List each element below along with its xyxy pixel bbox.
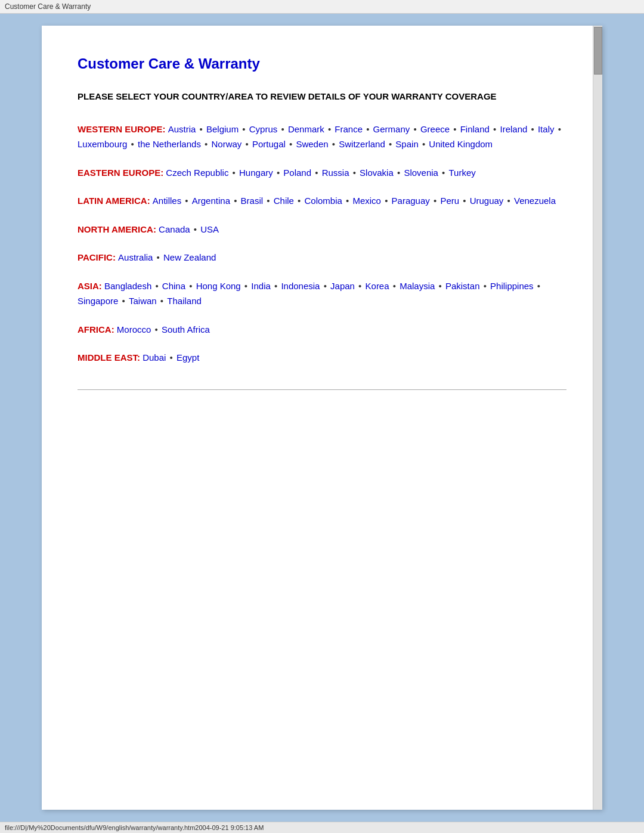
country-link-chile[interactable]: Chile [274,196,294,206]
country-link-greece[interactable]: Greece [420,124,450,134]
bullet: • [411,124,419,134]
country-link-spain[interactable]: Spain [395,139,418,149]
bullet: • [391,281,399,291]
bullet: • [436,281,444,291]
country-link-south-africa[interactable]: South Africa [162,324,210,335]
country-link-russia[interactable]: Russia [322,168,349,178]
region-block-north-america: NORTH AMERICA: Canada • USA [78,222,566,237]
country-link-malaysia[interactable]: Malaysia [400,281,435,291]
bullet: • [431,196,439,206]
country-link-indonesia[interactable]: Indonesia [281,281,320,291]
bullet: • [528,124,537,134]
region-block-pacific: PACIFIC: Australia • New Zealand [78,250,566,265]
bullet: • [240,124,248,134]
page-subtitle: PLEASE SELECT YOUR COUNTRY/AREA TO REVIE… [78,90,566,104]
country-link-finland[interactable]: Finland [460,124,490,134]
country-link-canada[interactable]: Canada [159,224,190,234]
country-link-new-zealand[interactable]: New Zealand [163,252,216,262]
country-link-sweden[interactable]: Sweden [296,139,328,149]
country-link-paraguay[interactable]: Paraguay [392,196,430,206]
country-link-venezuela[interactable]: Venezuela [514,196,556,206]
bullet: • [231,196,240,206]
region-label-africa: AFRICA: [78,324,117,335]
country-link-switzerland[interactable]: Switzerland [339,139,385,149]
country-link-ireland[interactable]: Ireland [500,124,527,134]
country-link-hungary[interactable]: Hungary [239,168,273,178]
country-link-colombia[interactable]: Colombia [304,196,342,206]
region-block-eastern-europe: EASTERN EUROPE: Czech Republic • Hungary… [78,165,566,181]
country-link-cyprus[interactable]: Cyprus [249,124,278,134]
country-link-china[interactable]: China [162,281,185,291]
bullet: • [356,281,364,291]
region-label-latin-america: LATIN AMERICA: [78,196,153,206]
country-link-poland[interactable]: Poland [283,168,311,178]
bullet: • [191,224,200,234]
country-link-dubai[interactable]: Dubai [143,352,166,363]
section-divider [78,389,566,390]
country-link-japan[interactable]: Japan [330,281,355,291]
country-link-uruguay[interactable]: Uruguay [470,196,504,206]
region-block-africa: AFRICA: Morocco • South Africa [78,322,566,337]
bullet: • [230,168,238,178]
country-link-morocco[interactable]: Morocco [117,324,151,335]
country-link-taiwan[interactable]: Taiwan [129,296,157,306]
bullet: • [182,196,191,206]
region-label-pacific: PACIFIC: [78,252,118,262]
bullet: • [197,124,205,134]
country-link-turkey[interactable]: Turkey [449,168,476,178]
country-link-thailand[interactable]: Thailand [167,296,202,306]
country-link-slovenia[interactable]: Slovenia [404,168,438,178]
region-block-latin-america: LATIN AMERICA: Antilles • Argentina • Br… [78,193,566,209]
country-link-bangladesh[interactable]: Bangladesh [104,281,151,291]
bullet: • [555,124,561,134]
country-link-denmark[interactable]: Denmark [288,124,324,134]
status-bar-text: file:///D|/My%20Documents/dfu/W9/english… [5,824,264,831]
bullet: • [154,252,162,262]
country-link-mexico[interactable]: Mexico [352,196,381,206]
bullet: • [158,296,166,306]
country-link-portugal[interactable]: Portugal [252,139,286,149]
country-link-korea[interactable]: Korea [366,281,389,291]
page-title: Customer Care & Warranty [78,55,566,72]
bullet: • [321,281,329,291]
bullet: • [242,281,250,291]
country-link-norway[interactable]: Norway [211,139,242,149]
page-container: Customer Care & Warranty PLEASE SELECT Y… [42,26,602,810]
region-label-western-europe: WESTERN EUROPE: [78,124,168,134]
country-link-egypt[interactable]: Egypt [177,352,199,363]
scrollbar[interactable] [593,26,602,810]
bullet: • [386,139,395,149]
bullet: • [504,196,513,206]
country-link-australia[interactable]: Australia [118,252,153,262]
country-link-germany[interactable]: Germany [373,124,410,134]
country-link-usa[interactable]: USA [200,224,219,234]
country-link-india[interactable]: India [251,281,271,291]
country-link-united-kingdom[interactable]: United Kingdom [429,139,493,149]
bullet: • [439,168,448,178]
country-link-antilles[interactable]: Antilles [153,196,181,206]
bullet: • [535,281,540,291]
region-label-middle-east: MIDDLE EAST: [78,352,143,363]
country-link-austria[interactable]: Austria [168,124,196,134]
bullet: • [460,196,469,206]
country-link-argentina[interactable]: Argentina [192,196,230,206]
country-link-france[interactable]: France [335,124,363,134]
country-link-slovakia[interactable]: Slovakia [360,168,394,178]
country-link-italy[interactable]: Italy [538,124,555,134]
bullet: • [395,168,403,178]
country-link-pakistan[interactable]: Pakistan [445,281,480,291]
bullet: • [364,124,372,134]
country-link-belgium[interactable]: Belgium [206,124,239,134]
country-link-luxembourg[interactable]: Luxembourg [78,139,127,149]
country-link-philippines[interactable]: Philippines [490,281,534,291]
country-link-singapore[interactable]: Singapore [78,296,118,306]
scrollbar-thumb[interactable] [594,27,602,75]
country-link-czech-republic[interactable]: Czech Republic [166,168,228,178]
country-link-the-netherlands[interactable]: the Netherlands [138,139,201,149]
country-link-brasil[interactable]: Brasil [241,196,264,206]
country-link-hong-kong[interactable]: Hong Kong [196,281,241,291]
bullet: • [420,139,428,149]
country-link-peru[interactable]: Peru [440,196,459,206]
region-label-asia: ASIA: [78,281,104,291]
bullet: • [481,281,489,291]
